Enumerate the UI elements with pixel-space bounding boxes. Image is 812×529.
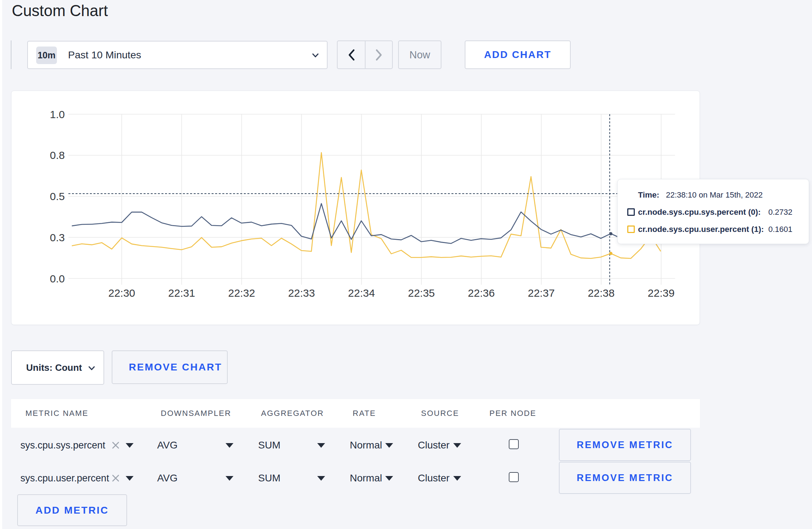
svg-text:1.0: 1.0 <box>50 108 65 120</box>
svg-text:0.5: 0.5 <box>50 190 65 202</box>
svg-text:22:34: 22:34 <box>348 287 375 299</box>
svg-text:0.3: 0.3 <box>50 232 65 243</box>
svg-text:22:35: 22:35 <box>408 287 435 299</box>
svg-text:0.0: 0.0 <box>50 273 65 285</box>
svg-text:22:31: 22:31 <box>168 287 195 299</box>
svg-text:0.8: 0.8 <box>50 149 65 161</box>
svg-text:22:30: 22:30 <box>108 287 135 299</box>
svg-text:22:33: 22:33 <box>288 287 315 299</box>
svg-text:22:39: 22:39 <box>648 287 675 299</box>
svg-text:22:32: 22:32 <box>228 287 255 299</box>
svg-text:22:36: 22:36 <box>468 287 495 299</box>
svg-text:22:37: 22:37 <box>528 287 555 299</box>
svg-text:22:38: 22:38 <box>588 287 615 299</box>
